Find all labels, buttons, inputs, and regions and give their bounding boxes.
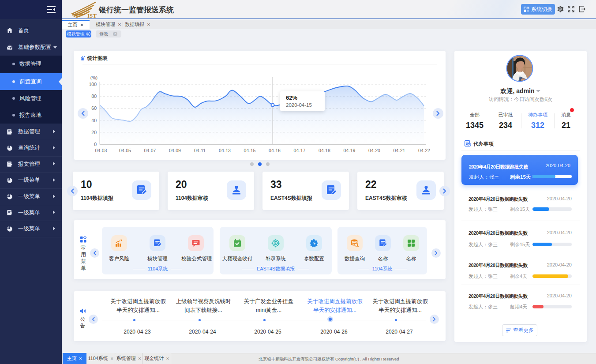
svg-text:IST: IST	[87, 12, 97, 18]
svg-text:40: 40	[91, 118, 97, 123]
svg-text:04-07: 04-07	[144, 148, 156, 153]
svg-text:04-18: 04-18	[319, 148, 330, 153]
svg-text:04-03: 04-03	[95, 148, 107, 153]
svg-text:04-09: 04-09	[169, 148, 181, 153]
svg-text:04-16: 04-16	[269, 148, 281, 153]
svg-text:(%): (%)	[90, 75, 97, 80]
svg-text:0: 0	[94, 142, 97, 147]
svg-text:80: 80	[91, 94, 97, 99]
svg-text:04-22: 04-22	[418, 148, 430, 153]
svg-text:04-19: 04-19	[344, 148, 356, 153]
svg-text:04-05: 04-05	[119, 148, 131, 153]
svg-text:04-13: 04-13	[219, 148, 231, 153]
svg-text:04-11: 04-11	[194, 148, 206, 153]
svg-text:20: 20	[91, 130, 97, 135]
svg-text:04-17: 04-17	[294, 148, 306, 153]
svg-text:04-15: 04-15	[244, 148, 256, 153]
svg-text:04-21: 04-21	[394, 148, 405, 153]
svg-text:04-20: 04-20	[368, 148, 380, 153]
svg-text:100: 100	[89, 82, 97, 87]
svg-text:60: 60	[91, 105, 97, 111]
